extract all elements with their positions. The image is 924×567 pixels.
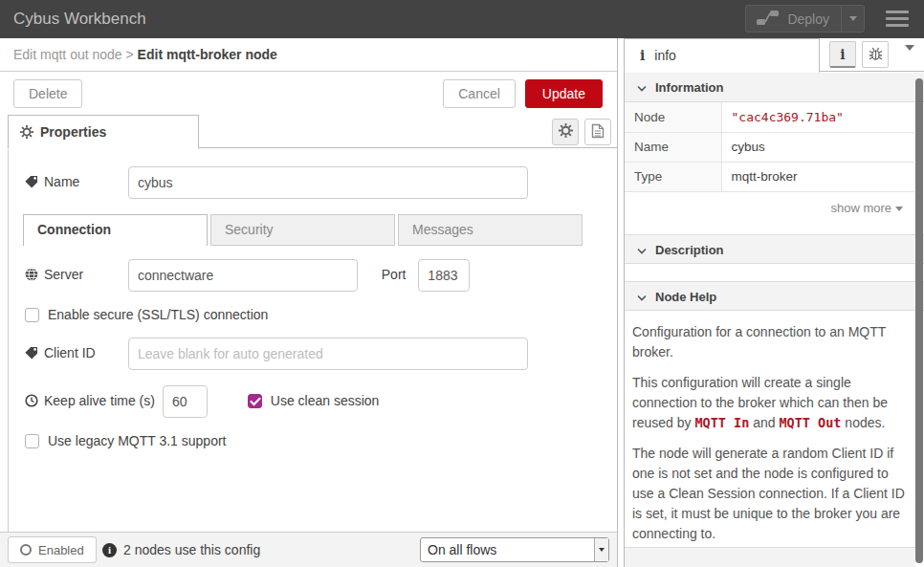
chevron-down-icon <box>849 16 857 21</box>
section-description[interactable]: Description <box>625 234 924 264</box>
dialog-toolbar: Delete Cancel Update <box>0 72 617 115</box>
node-edit-form: Name Connection Security Messages Server… <box>0 148 617 448</box>
info-panel-button[interactable]: i <box>829 41 856 68</box>
app-title: Cybus Workbench <box>13 0 146 38</box>
help-paragraph: The node will generate a random Client I… <box>632 444 909 544</box>
port-label: Port <box>382 267 407 282</box>
debug-panel-button[interactable] <box>862 41 889 68</box>
tab-info-label: info <box>654 48 676 63</box>
node-settings-button[interactable] <box>552 119 579 145</box>
tag-icon <box>25 175 38 191</box>
section-title: Description <box>655 243 724 257</box>
cancel-button[interactable]: Cancel <box>443 79 516 108</box>
sidebar-scrollbar[interactable] <box>915 78 923 563</box>
chevron-down-icon <box>905 45 914 66</box>
name-field-row: Name <box>25 166 617 199</box>
clean-session-group: Use clean session <box>248 393 380 408</box>
keepalive-input[interactable] <box>163 385 208 418</box>
enabled-label: Enabled <box>38 543 84 557</box>
usage-text: 2 nodes use this config <box>123 533 260 567</box>
name-label: Name <box>25 174 124 191</box>
top-bar: Cybus Workbench Deploy <box>0 0 924 38</box>
chevron-down-icon <box>637 236 647 266</box>
docs-button[interactable] <box>584 119 611 145</box>
main-menu-icon[interactable] <box>886 11 909 27</box>
help-paragraph: This configuration will create a single … <box>632 373 909 433</box>
server-input[interactable] <box>128 259 358 292</box>
scope-select[interactable]: On all flows <box>420 537 609 562</box>
chevron-down-icon <box>895 207 903 211</box>
edit-dialog-tray: Edit mqtt out node > Edit mqtt-broker no… <box>0 38 618 567</box>
info-circle-icon: i <box>102 543 117 557</box>
node-id-value: "cac4c369.71ba" <box>732 110 844 124</box>
client-id-input[interactable] <box>128 338 528 370</box>
section-title: Node Help <box>655 290 716 304</box>
deploy-button[interactable]: Deploy <box>745 5 865 33</box>
deploy-options-button[interactable] <box>841 6 864 32</box>
update-button[interactable]: Update <box>525 79 603 108</box>
connection-tab-bar: Connection Security Messages <box>23 214 585 246</box>
check-icon <box>250 397 261 406</box>
table-row-node: Node "cac4c369.71ba" <box>625 102 914 132</box>
show-more-link[interactable]: show more <box>625 192 924 221</box>
select-arrow-button[interactable] <box>594 538 608 561</box>
breadcrumb: Edit mqtt out node > Edit mqtt-broker no… <box>0 38 617 72</box>
tab-info[interactable]: iinfo <box>625 38 820 73</box>
section-information[interactable]: Information <box>625 73 924 102</box>
ssl-label: Enable secure (SSL/TLS) connection <box>48 307 268 322</box>
tab-security[interactable]: Security <box>210 214 395 246</box>
dialog-left-border <box>8 150 9 532</box>
gear-icon <box>559 123 573 141</box>
dialog-footer: Enabled i 2 nodes use this config On all… <box>0 532 617 567</box>
tab-properties[interactable]: Properties <box>8 115 199 149</box>
sidebar-content: Information Node "cac4c369.71ba" Name cy… <box>625 73 924 567</box>
port-input[interactable] <box>418 259 470 292</box>
breadcrumb-parent[interactable]: Edit mqtt out node <box>13 47 122 62</box>
legacy-mqtt-checkbox[interactable] <box>25 434 39 448</box>
enabled-toggle-button[interactable]: Enabled <box>8 536 97 563</box>
info-sidebar: iinfo i Information Node "cac4c369.71ba"… <box>624 38 924 567</box>
clean-session-label: Use clean session <box>271 393 380 408</box>
row-value: mqtt-broker <box>721 162 914 191</box>
help-paragraph: Configuration for a connection to an MQT… <box>632 322 909 362</box>
server-label: Server <box>25 267 124 284</box>
ssl-checkbox-row: Enable secure (SSL/TLS) connection <box>25 307 617 322</box>
ssl-checkbox[interactable] <box>25 308 39 322</box>
deploy-button-main[interactable]: Deploy <box>746 6 841 32</box>
delete-button[interactable]: Delete <box>13 79 82 108</box>
row-label: Node <box>625 102 721 132</box>
globe-icon <box>25 268 38 284</box>
node-info-table: Node "cac4c369.71ba" Name cybus Type mqt… <box>625 102 914 192</box>
chevron-down-icon <box>637 283 647 313</box>
chevron-down-icon <box>599 548 605 552</box>
info-icon: i <box>840 47 845 62</box>
chevron-down-icon <box>637 74 647 103</box>
keepalive-label: Keep alive time (s) <box>25 393 159 410</box>
section-node-help[interactable]: Node Help <box>625 281 924 311</box>
usage-status: i 2 nodes use this config <box>102 533 260 567</box>
table-row-type: Type mqtt-broker <box>625 162 914 191</box>
radio-circle-icon <box>20 544 32 556</box>
tab-connection[interactable]: Connection <box>23 214 208 246</box>
name-input[interactable] <box>128 166 528 199</box>
next-section-partial <box>625 547 915 567</box>
mqtt-in-code: MQTT In <box>694 415 749 430</box>
dialog-tab-row: Properties <box>8 115 617 148</box>
breadcrumb-current: Edit mqtt-broker node <box>138 47 277 62</box>
table-row-name: Name cybus <box>625 132 914 162</box>
keepalive-row: Keep alive time (s) Use clean session <box>25 385 617 418</box>
row-label: Type <box>625 162 721 191</box>
tab-messages[interactable]: Messages <box>398 214 583 246</box>
tab-properties-label: Properties <box>40 124 106 140</box>
legacy-mqtt-label: Use legacy MQTT 3.1 support <box>48 433 226 448</box>
deploy-button-label: Deploy <box>787 11 829 27</box>
client-id-field-row: Client ID <box>25 338 617 370</box>
section-title: Information <box>655 80 724 95</box>
legacy-checkbox-row: Use legacy MQTT 3.1 support <box>25 433 617 448</box>
breadcrumb-separator: > <box>122 47 138 62</box>
sidebar-tab-row: iinfo i <box>625 38 924 72</box>
sidebar-options-button[interactable] <box>905 51 914 66</box>
clean-session-checkbox[interactable] <box>248 394 262 408</box>
bug-icon <box>869 46 883 64</box>
row-label: Name <box>625 132 721 162</box>
